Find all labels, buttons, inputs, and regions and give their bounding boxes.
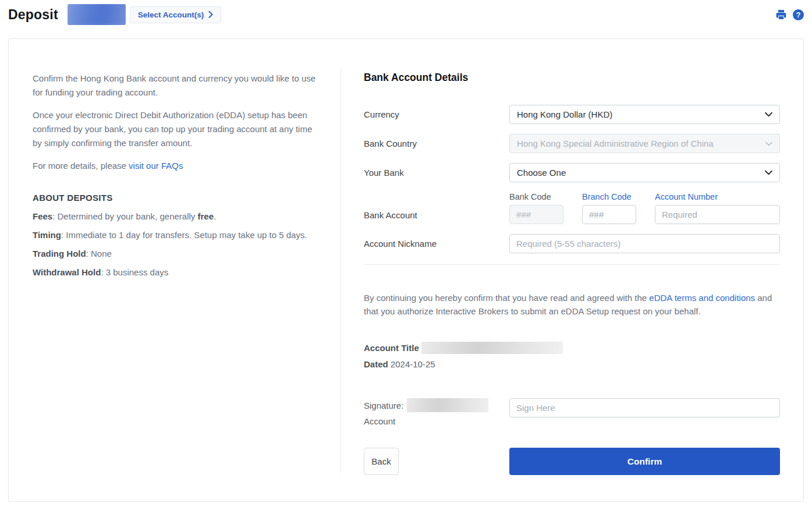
dated-label: Dated	[364, 359, 388, 369]
blur-fill	[407, 398, 488, 412]
back-button[interactable]: Back	[364, 448, 399, 475]
signature-account-word: Account	[364, 416, 509, 426]
chevron-down-icon	[765, 112, 772, 117]
account-id-redacted-badge	[68, 4, 126, 25]
account-nickname-label: Account Nickname	[364, 239, 509, 249]
trading-hold-line: Trading Hold: None	[33, 247, 317, 261]
account-nickname-input[interactable]	[509, 234, 780, 253]
account-title-redacted	[421, 342, 563, 354]
fees-line: Fees: Determined by your bank, generally…	[33, 210, 317, 224]
your-bank-select[interactable]: Choose One	[509, 163, 780, 182]
back-button-wrap: Back	[364, 448, 509, 475]
bank-code-label: Bank Code	[509, 192, 563, 201]
fees-label: Fees	[33, 211, 52, 221]
select-accounts-label: Select Account(s)	[138, 10, 204, 19]
currency-label: Currency	[364, 109, 509, 119]
withdrawal-hold-text: : 3 business days	[101, 267, 168, 277]
sign-here-input[interactable]	[509, 398, 780, 417]
blur-fill	[421, 342, 563, 354]
info-panel: Confirm the Hong Kong Bank account and c…	[9, 39, 341, 501]
page-header: Deposit Select Account(s) ?	[0, 1, 812, 28]
intro-paragraph-3: For more details, please visit our FAQs	[33, 159, 317, 173]
dated-row: Dated 2024-10-25	[364, 359, 780, 369]
chevron-down-icon	[765, 141, 772, 146]
signature-input-wrap	[509, 398, 780, 426]
intro-paragraph-2: Once your electronic Direct Debit Author…	[33, 108, 317, 150]
signature-line: Signature:	[364, 398, 509, 412]
fees-text: : Determined by your bank, generally	[52, 211, 197, 221]
fees-suffix: .	[214, 211, 216, 221]
chevron-right-icon	[208, 11, 213, 18]
blur-fill	[68, 4, 126, 25]
page-title: Deposit	[8, 7, 58, 23]
bank-country-select: Hong Kong Special Administrative Region …	[509, 134, 780, 153]
your-bank-value: Choose One	[517, 168, 566, 178]
help-icon: ?	[793, 9, 804, 20]
bank-code-input	[509, 205, 563, 224]
timing-label: Timing	[33, 230, 61, 240]
account-number-input[interactable]	[655, 205, 780, 224]
withdrawal-hold-label: Withdrawal Hold	[33, 267, 101, 277]
branch-code-input[interactable]	[582, 205, 636, 224]
currency-select[interactable]: Hong Kong Dollar (HKD)	[509, 105, 780, 124]
trading-hold-text: : None	[86, 249, 112, 258]
header-icons: ?	[775, 9, 804, 20]
trading-hold-label: Trading Hold	[33, 249, 86, 258]
timing-text: : Immediate to 1 day for transfers. Setu…	[61, 230, 307, 240]
account-nickname-field	[509, 234, 780, 253]
confirm-button[interactable]: Confirm	[509, 448, 780, 475]
dated-value: 2024-10-25	[391, 359, 435, 369]
print-button[interactable]	[775, 9, 787, 20]
edda-terms-link[interactable]: eDDA terms and conditions	[649, 293, 755, 303]
your-bank-label: Your Bank	[364, 168, 509, 178]
branch-code-field: Branch Code	[582, 192, 636, 224]
faq-text-prefix: For more details, please	[33, 161, 129, 171]
currency-value: Hong Kong Dollar (HKD)	[517, 109, 612, 119]
timing-line: Timing: Immediate to 1 day for transfers…	[33, 228, 317, 242]
about-deposits-heading: ABOUT DEPOSITS	[33, 191, 317, 205]
terms-paragraph: By continuing you hereby confirm that yo…	[364, 292, 780, 318]
branch-code-label: Branch Code	[582, 192, 636, 201]
signature-left: Signature: Account	[364, 398, 509, 426]
faq-link[interactable]: visit our FAQs	[129, 161, 183, 171]
withdrawal-hold-line: Withdrawal Hold: 3 business days	[33, 265, 317, 279]
bank-code-field: Bank Code	[509, 192, 563, 224]
horizontal-divider	[364, 264, 780, 265]
signature-section: Signature: Account	[364, 398, 780, 426]
help-button[interactable]: ?	[793, 9, 804, 20]
chevron-down-icon	[765, 170, 772, 175]
bank-details-panel: Bank Account Details Currency Hong Kong …	[341, 39, 803, 501]
printer-icon	[775, 9, 787, 20]
account-title-label: Account Title	[364, 343, 419, 353]
fees-bold: free	[198, 211, 214, 221]
account-title-row: Account Title	[364, 342, 780, 354]
bank-country-value: Hong Kong Special Administrative Region …	[517, 139, 714, 148]
signature-name-redacted	[407, 398, 488, 412]
bank-details-form: Currency Hong Kong Dollar (HKD) Bank Cou…	[364, 105, 780, 253]
intro-paragraph-1: Confirm the Hong Kong Bank account and c…	[33, 72, 317, 100]
bank-country-label: Bank Country	[364, 139, 509, 148]
main-card: Confirm the Hong Kong Bank account and c…	[8, 38, 804, 502]
dated-date: 2024-10-25	[391, 359, 435, 369]
signature-label: Signature:	[364, 401, 403, 410]
account-number-label: Account Number	[655, 192, 780, 201]
bank-account-fields: Bank Code Branch Code Account Number	[509, 192, 780, 224]
select-accounts-button[interactable]: Select Account(s)	[130, 6, 222, 23]
terms-prefix: By continuing you hereby confirm that yo…	[364, 293, 649, 303]
account-number-field: Account Number	[655, 192, 780, 224]
form-actions: Back Confirm	[364, 448, 780, 475]
form-heading: Bank Account Details	[364, 72, 780, 84]
bank-account-label: Bank Account	[364, 210, 509, 224]
